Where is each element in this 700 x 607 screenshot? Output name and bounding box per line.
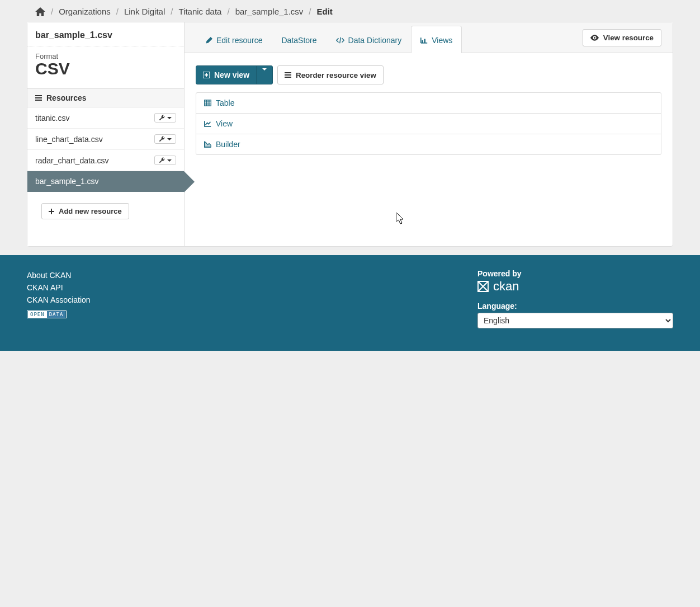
resource-item-label: titanic.csv — [35, 114, 69, 123]
view-item-builder[interactable]: Builder — [196, 134, 661, 154]
breadcrumb-sep: / — [51, 7, 53, 16]
reorder-button[interactable]: Reorder resource view — [277, 65, 384, 84]
resource-item[interactable]: titanic.csv — [27, 107, 184, 129]
svg-rect-0 — [35, 95, 42, 96]
open-data-right: DATA — [47, 311, 66, 318]
view-item-view[interactable]: View — [196, 114, 661, 134]
footer-link-about[interactable]: About CKAN — [27, 269, 91, 281]
resource-item-active[interactable]: bar_sample_1.csv — [27, 171, 184, 192]
svg-rect-2 — [35, 100, 42, 101]
resource-wrench-button[interactable] — [154, 156, 176, 165]
tab-data-dictionary[interactable]: Data Dictionary — [327, 26, 412, 53]
view-item-label: Table — [216, 98, 234, 107]
main-content: Edit resource DataStore Data Dictionary … — [185, 22, 673, 246]
add-resource-button[interactable]: Add new resource — [41, 203, 129, 219]
resource-title: bar_sample_1.csv — [27, 30, 184, 46]
breadcrumb-link-digital[interactable]: Link Digital — [124, 7, 165, 16]
ckan-logo-text: ckan — [493, 279, 519, 294]
svg-line-5 — [339, 37, 340, 44]
footer-right: Powered by ckan Language: English — [477, 269, 673, 328]
reorder-label: Reorder resource view — [296, 71, 376, 79]
area-chart-icon — [204, 141, 211, 148]
resource-wrench-button[interactable] — [154, 134, 176, 144]
new-view-main[interactable]: New view — [196, 66, 256, 84]
svg-rect-1 — [35, 97, 42, 98]
resources-header-label: Resources — [46, 93, 87, 102]
view-item-table[interactable]: Table — [196, 93, 661, 114]
view-item-label: Builder — [216, 140, 240, 149]
view-resource-button[interactable]: View resource — [583, 29, 661, 46]
tab-label: Views — [432, 36, 452, 45]
footer-links: About CKAN CKAN API CKAN Association OPE… — [27, 269, 91, 328]
views-toolbar: New view Reorder resource view — [185, 53, 673, 92]
list-icon — [285, 72, 291, 78]
svg-rect-4 — [49, 211, 54, 212]
breadcrumb-sep: / — [227, 7, 229, 16]
tabbar: Edit resource DataStore Data Dictionary … — [185, 22, 673, 53]
plus-icon — [49, 209, 54, 214]
new-view-label: New view — [214, 70, 249, 79]
wrench-icon — [159, 157, 165, 163]
svg-rect-15 — [285, 74, 291, 76]
caret-down-icon — [167, 138, 172, 140]
caret-down-icon — [167, 159, 172, 162]
tab-views[interactable]: Views — [411, 26, 462, 53]
language-select[interactable]: English — [477, 313, 673, 328]
tab-edit-resource[interactable]: Edit resource — [196, 26, 272, 53]
new-view-dropdown[interactable] — [256, 66, 272, 84]
svg-rect-9 — [424, 39, 425, 43]
resource-wrench-button[interactable] — [154, 113, 176, 123]
open-data-badge[interactable]: OPENDATA — [27, 310, 67, 318]
caret-down-icon — [167, 117, 172, 119]
main-panel: bar_sample_1.csv Format CSV Resources ti… — [27, 22, 673, 247]
footer: About CKAN CKAN API CKAN Association OPE… — [0, 255, 700, 351]
svg-rect-8 — [422, 40, 423, 43]
resource-item-label: radar_chart_data.csv — [35, 156, 109, 165]
ckan-logo[interactable]: ckan — [477, 279, 673, 294]
breadcrumb-current: Edit — [317, 7, 333, 16]
home-icon[interactable] — [35, 7, 45, 16]
svg-rect-16 — [285, 77, 291, 78]
svg-rect-14 — [285, 72, 291, 73]
svg-rect-13 — [205, 74, 208, 76]
wrench-icon — [159, 115, 165, 121]
resource-item[interactable]: radar_chart_data.csv — [27, 150, 184, 171]
breadcrumb: / Organizations / Link Digital / Titanic… — [27, 0, 673, 22]
open-data-left: OPEN — [28, 311, 47, 318]
resource-item-label: line_chart_data.csv — [35, 135, 103, 144]
wrench-icon — [159, 136, 165, 142]
line-chart-icon — [204, 120, 211, 127]
powered-by-label: Powered by — [477, 269, 673, 278]
tab-label: Data Dictionary — [348, 36, 402, 45]
language-label: Language: — [477, 302, 673, 310]
list-icon — [35, 95, 42, 101]
code-icon — [336, 37, 344, 44]
eye-icon — [590, 35, 599, 41]
footer-link-association[interactable]: CKAN Association — [27, 294, 91, 306]
ckan-logo-icon — [477, 281, 489, 292]
plus-square-icon — [203, 72, 210, 78]
tab-label: DataStore — [281, 36, 316, 45]
sidebar: bar_sample_1.csv Format CSV Resources ti… — [27, 22, 185, 246]
resource-item[interactable]: line_chart_data.csv — [27, 129, 184, 150]
resources-header: Resources — [27, 88, 184, 107]
tab-datastore[interactable]: DataStore — [272, 26, 326, 53]
breadcrumb-titanic-data[interactable]: Titanic data — [178, 7, 221, 16]
breadcrumb-resource[interactable]: bar_sample_1.csv — [235, 7, 304, 16]
bar-chart-icon — [420, 37, 428, 44]
format-value: CSV — [27, 59, 184, 88]
caret-down-icon — [262, 68, 267, 79]
svg-point-10 — [594, 37, 595, 39]
new-view-button[interactable]: New view — [196, 65, 273, 84]
view-item-label: View — [216, 119, 233, 128]
breadcrumb-organizations[interactable]: Organizations — [59, 7, 111, 16]
footer-link-api[interactable]: CKAN API — [27, 281, 91, 294]
view-resource-label: View resource — [603, 34, 654, 42]
breadcrumb-sep: / — [309, 7, 311, 16]
tab-label: Edit resource — [216, 36, 262, 45]
breadcrumb-sep: / — [171, 7, 173, 16]
pencil-icon — [205, 37, 212, 44]
resource-item-label: bar_sample_1.csv — [35, 177, 99, 186]
resource-list: titanic.csv line_chart_data.csv radar_ch… — [27, 107, 184, 192]
breadcrumb-sep: / — [116, 7, 119, 16]
